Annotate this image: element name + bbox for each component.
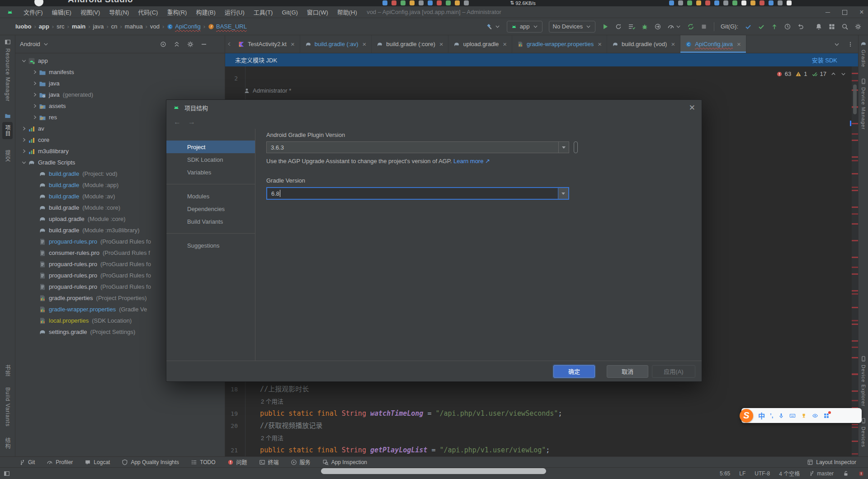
breadcrumb-item[interactable]: main	[72, 23, 85, 30]
editor-tab[interactable]: build.gradle (:core)×	[372, 35, 448, 53]
tool-stripe-button[interactable]: Build Variants	[5, 387, 11, 427]
dialog-sidebar-item-build-variants[interactable]: Build Variants	[166, 215, 255, 228]
breadcrumb-item[interactable]: cn	[111, 23, 118, 30]
tool-windows-toggle-icon[interactable]	[4, 470, 10, 477]
git-update-button[interactable]	[745, 23, 752, 30]
history-button[interactable]	[784, 23, 791, 30]
tool-window-button[interactable]: App Inspection	[322, 459, 367, 465]
readonly-toggle-icon[interactable]	[843, 470, 849, 477]
panel-options-button[interactable]	[187, 41, 194, 48]
editor-tab[interactable]: build.gradle (vod)×	[607, 35, 680, 53]
editor-scrollbar-thumb[interactable]	[853, 85, 857, 114]
chevron-right-icon[interactable]	[20, 126, 28, 131]
apply-button[interactable]: 应用(A)	[652, 365, 695, 378]
scroll-tabs-left-icon[interactable]	[226, 41, 232, 47]
line-separator[interactable]: LF	[739, 470, 745, 477]
next-problem-icon[interactable]	[840, 71, 846, 77]
menu-item[interactable]: 代码(C)	[133, 8, 162, 16]
project-view-selector[interactable]: Android	[20, 41, 49, 47]
agp-version-combobox[interactable]: 3.6.3	[266, 141, 569, 153]
back-button[interactable]: ←	[174, 118, 181, 126]
editor-tab[interactable]: CApiConfig.java×	[680, 35, 746, 53]
tool-window-button[interactable]: Profiler	[47, 459, 73, 465]
tool-stripe-button[interactable]: 提交	[4, 150, 11, 162]
chevron-right-icon[interactable]	[31, 92, 39, 98]
tree-item[interactable]: java(generated)	[15, 89, 225, 100]
editor-options-button[interactable]	[847, 41, 854, 47]
tool-stripe-button[interactable]: Resource Manager	[5, 39, 11, 102]
chevron-right-icon[interactable]	[20, 137, 28, 143]
chevron-right-icon[interactable]	[31, 69, 39, 75]
tool-stripe-button[interactable]: Device Explorer	[860, 356, 867, 407]
tab-close-icon[interactable]: ×	[737, 40, 741, 48]
editor-tab[interactable]: upload.gradle×	[448, 35, 512, 53]
tab-close-icon[interactable]: ×	[439, 40, 443, 48]
menu-item[interactable]: 构建(B)	[191, 8, 220, 16]
ime-language-toggle[interactable]: 中	[758, 411, 765, 420]
gradle-sync-button[interactable]	[687, 23, 694, 30]
notifications-icon[interactable]	[815, 23, 822, 30]
dialog-title-bar[interactable]: 项目结构 ✕	[166, 100, 702, 115]
dialog-sidebar-item-variables[interactable]: Variables	[166, 166, 255, 178]
ok-button[interactable]: 确定	[553, 365, 595, 378]
editor-horizontal-scrollbar[interactable]	[321, 468, 546, 474]
close-button[interactable]: ×	[859, 9, 864, 15]
tree-item[interactable]: manifests	[15, 66, 225, 78]
menu-item[interactable]: 窗口(W)	[302, 8, 333, 16]
tool-window-button[interactable]: 服务	[291, 458, 311, 466]
ime-eye-icon[interactable]	[812, 413, 818, 419]
breadcrumb-item[interactable]: CApiConfig	[167, 23, 200, 30]
tab-close-icon[interactable]: ×	[598, 40, 602, 48]
notification-icon[interactable]	[858, 470, 864, 477]
build-button[interactable]	[486, 23, 500, 30]
ime-toolbar[interactable]: S 中 ’,	[741, 408, 862, 423]
hidden-tabs-button[interactable]	[834, 41, 840, 47]
tab-close-icon[interactable]: ×	[291, 40, 295, 48]
rollback-button[interactable]	[797, 23, 804, 30]
hide-panel-button[interactable]	[200, 41, 208, 48]
learn-more-link[interactable]: Learn more ↗	[453, 158, 490, 164]
coverage-button[interactable]	[628, 23, 635, 30]
tool-window-button[interactable]: 问题	[227, 458, 247, 466]
ime-keyboard-icon[interactable]	[789, 413, 796, 419]
menu-item[interactable]: 文件(F)	[19, 8, 47, 16]
tree-item[interactable]: java	[15, 78, 225, 89]
breadcrumb-item[interactable]: src	[57, 23, 64, 30]
breadcrumb-item[interactable]: mahua	[125, 23, 143, 30]
rerun-button[interactable]	[615, 23, 622, 30]
dialog-sidebar-item-sdk-location[interactable]: SDK Location	[166, 153, 255, 166]
menu-item[interactable]: 帮助(H)	[333, 8, 362, 16]
menu-item[interactable]: 重构(R)	[162, 8, 191, 16]
search-everywhere-button[interactable]	[841, 23, 849, 30]
menu-item[interactable]: 导航(N)	[104, 8, 133, 16]
dialog-sidebar-item-suggestions[interactable]: Suggestions	[166, 239, 255, 252]
breadcrumb-item[interactable]: luobo	[15, 23, 31, 30]
tree-item[interactable]: app	[15, 55, 225, 66]
ime-punctuation-toggle[interactable]: ’,	[770, 412, 773, 419]
chevron-down-icon[interactable]	[20, 160, 28, 165]
tool-window-button[interactable]: Logcat	[85, 459, 110, 465]
menu-item[interactable]: 工具(T)	[249, 8, 278, 16]
device-selector[interactable]: No Devices	[549, 21, 595, 33]
tool-stripe-button[interactable]: 书签	[4, 365, 11, 376]
chevron-down-icon[interactable]	[20, 58, 28, 64]
attach-debugger-button[interactable]	[654, 23, 661, 30]
breadcrumb-item[interactable]: vod	[150, 23, 160, 30]
forward-button[interactable]: →	[188, 118, 195, 126]
tool-stripe-button[interactable]: Gradle	[860, 41, 867, 67]
dialog-close-button[interactable]: ✕	[689, 103, 695, 113]
run-config-selector[interactable]: app	[507, 21, 542, 33]
git-branch[interactable]: master	[809, 470, 834, 477]
tool-window-button[interactable]: 终端	[259, 458, 279, 466]
ime-toolbox-icon[interactable]	[823, 413, 830, 419]
sogou-logo[interactable]: S	[740, 409, 753, 423]
git-commit-button[interactable]	[758, 23, 765, 30]
layout-inspector-button[interactable]: Layout Inspector	[807, 459, 856, 465]
settings-button[interactable]	[854, 23, 862, 30]
menu-item[interactable]: 视图(V)	[76, 8, 104, 16]
locate-file-button[interactable]	[160, 41, 167, 48]
tab-close-icon[interactable]: ×	[671, 40, 675, 48]
dialog-sidebar-item-project[interactable]: Project	[166, 141, 255, 153]
cancel-button[interactable]: 取消	[607, 365, 648, 378]
breadcrumb-item[interactable]: app	[39, 23, 49, 30]
